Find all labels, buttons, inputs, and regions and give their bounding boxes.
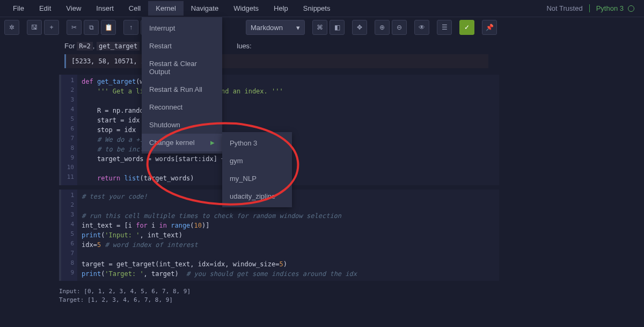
menu-navigate[interactable]: Navigate xyxy=(184,1,226,16)
kernel-restart-run-all[interactable]: Restart & Run All xyxy=(142,81,222,98)
toolbar: ✲ 🖫 + ✂ ⧉ 📋 ↑ ↓ Markdown ▾ ⌘ ◧ ✥ ⊕ ⊖ 👁 ☰… xyxy=(0,17,644,38)
add-cell-button[interactable]: + xyxy=(44,20,59,35)
zoom-out-button[interactable]: ⊖ xyxy=(392,20,407,35)
change-kernel-label: Change kernel xyxy=(149,139,195,147)
output-block-1: [5233, 58, 10571, 27 xyxy=(64,54,488,68)
kernel-option-udacity-zipline[interactable]: udacity_zipline xyxy=(222,187,292,205)
save-icon-button[interactable]: 🖫 xyxy=(27,20,42,35)
gutter: 123456789 xyxy=(61,190,77,281)
kernel-reconnect[interactable]: Reconnect xyxy=(142,98,222,116)
chevron-down-icon: ▾ xyxy=(296,24,300,32)
kernel-option-my-nlp[interactable]: my_NLP xyxy=(222,170,292,187)
kernel-restart[interactable]: Restart xyxy=(142,37,222,55)
list-button[interactable]: ☰ xyxy=(437,20,452,35)
change-kernel-submenu: Python 3 gym my_NLP udacity_zipline xyxy=(222,132,292,207)
trust-indicator[interactable]: Not Trusted xyxy=(540,4,589,12)
kernel-name[interactable]: Python 3 xyxy=(590,4,628,12)
menu-widgets[interactable]: Widgets xyxy=(226,1,266,16)
preview-button[interactable]: 👁 xyxy=(414,20,429,35)
menu-file[interactable]: File xyxy=(5,1,32,16)
output-block-2: Input: [0, 1, 2, 3, 4, 5, 6, 7, 8, 9] Ta… xyxy=(59,285,644,307)
zoom-in-button[interactable]: ⊕ xyxy=(375,20,390,35)
pin-button[interactable]: 📌 xyxy=(482,20,497,35)
menu-help[interactable]: Help xyxy=(266,1,296,16)
kernel-interrupt[interactable]: Interrupt xyxy=(142,19,222,37)
kernel-dropdown: Interrupt Restart Restart & Clear Output… xyxy=(142,17,222,154)
move-button[interactable]: ✥ xyxy=(352,20,367,35)
cell-type-select[interactable]: Markdown ▾ xyxy=(246,20,305,35)
kernel-change[interactable]: Change kernel ▶ xyxy=(142,134,222,151)
notebook-area: For R=2, get_target sh lues: [5233, 58, … xyxy=(0,38,644,307)
kernel-option-gym[interactable]: gym xyxy=(222,152,292,170)
copy-button[interactable]: ⧉ xyxy=(84,20,99,35)
menu-insert[interactable]: Insert xyxy=(89,1,121,16)
cut-button[interactable]: ✂ xyxy=(67,20,82,35)
toggle-button[interactable]: ◧ xyxy=(330,20,345,35)
spellcheck-button[interactable]: ✓ xyxy=(459,20,474,35)
menu-view[interactable]: View xyxy=(58,1,89,16)
paste-button[interactable]: 📋 xyxy=(101,20,116,35)
menu-snippets[interactable]: Snippets xyxy=(296,1,338,16)
menu-cell[interactable]: Cell xyxy=(121,1,148,16)
menu-edit[interactable]: Edit xyxy=(32,1,58,16)
kernel-status-icon xyxy=(628,5,634,12)
kernel-option-python3[interactable]: Python 3 xyxy=(222,134,292,152)
command-palette-button[interactable]: ⌘ xyxy=(312,20,327,35)
kernel-shutdown[interactable]: Shutdown xyxy=(142,116,222,134)
gutter: 1234567891011 xyxy=(61,75,77,185)
move-up-button[interactable]: ↑ xyxy=(123,20,138,35)
kernel-restart-clear[interactable]: Restart & Clear Output xyxy=(142,55,222,81)
cell-type-label: Markdown xyxy=(251,24,283,32)
menubar: File Edit View Insert Cell Kernel Naviga… xyxy=(0,0,644,17)
submenu-arrow-icon: ▶ xyxy=(210,140,215,146)
menu-kernel[interactable]: Kernel xyxy=(148,1,184,16)
save-button[interactable]: ✲ xyxy=(4,20,19,35)
